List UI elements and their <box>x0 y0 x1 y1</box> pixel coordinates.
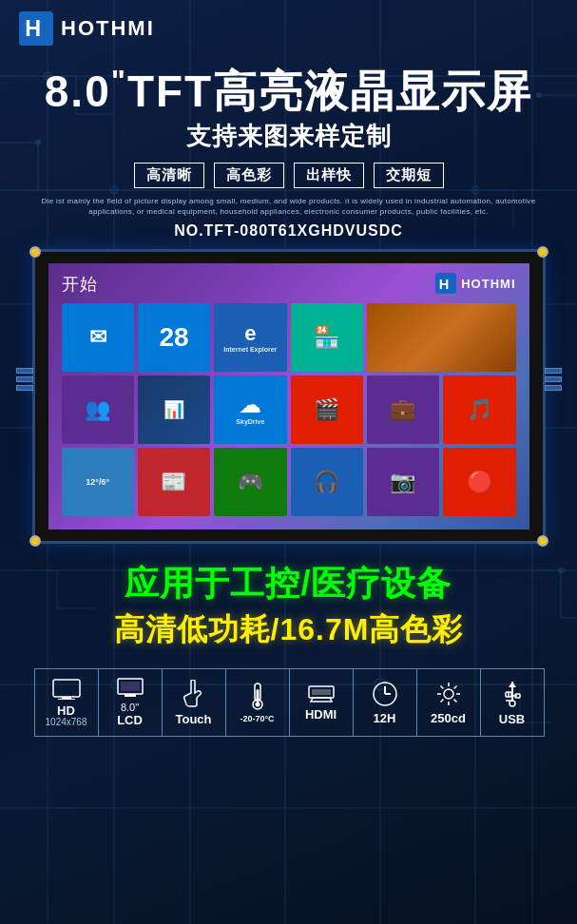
feature-tags: 高清晰 高色彩 出样快 交期短 <box>134 163 444 188</box>
description-text: Die ist mainly the field of picture disp… <box>0 196 577 217</box>
corner-dot-bl <box>29 535 41 547</box>
temp-icon <box>247 682 268 714</box>
screen-logo: H HOTHMI <box>435 273 515 294</box>
touch-icon <box>182 680 206 712</box>
people-icon: 👥 <box>85 399 110 420</box>
games-icon: 📊 <box>163 401 184 418</box>
tiles-grid: ✉ 28 e Internet Explorer 🏪 <box>48 298 529 522</box>
tile-travel: 💼 <box>367 375 439 444</box>
svg-rect-38 <box>62 697 71 699</box>
travel-icon: 💼 <box>390 399 415 420</box>
clock-icon <box>372 681 398 711</box>
temp-main-text: -20-70°C <box>240 714 274 724</box>
svg-line-59 <box>453 685 456 688</box>
svg-rect-41 <box>121 682 140 691</box>
backlight-main-text: 12H <box>374 711 396 726</box>
lcd-main-text: LCD <box>117 713 143 728</box>
svg-rect-45 <box>256 689 259 703</box>
hd-icon <box>52 679 81 703</box>
tile-xbox: 🎮 <box>214 448 286 516</box>
tile-photos <box>367 303 516 372</box>
feature-tag-1: 高清晰 <box>134 163 204 188</box>
tile-video: 🎬 <box>291 375 363 444</box>
main-title: 8.0"TFT高亮液晶显示屏 <box>45 65 532 116</box>
right-connectors <box>545 368 562 391</box>
corner-dot-tl <box>29 246 41 258</box>
logo-icon: H <box>19 11 53 46</box>
skydrive-icon: ☁ <box>240 395 260 416</box>
svg-text:H: H <box>439 277 450 292</box>
feature-tag-3: 出样快 <box>294 163 364 188</box>
corner-dot-br <box>537 535 548 547</box>
app-title-2: 高清低功耗/16.7M高色彩 <box>114 609 464 651</box>
tile-games: 📊 <box>138 375 210 444</box>
spec-temp: -20-70°C <box>225 668 290 737</box>
svg-point-52 <box>444 689 453 699</box>
hdmi-main-text: HDMI <box>305 707 337 722</box>
screen-topbar: 开始 H HOTHMI <box>48 263 529 296</box>
title-suffix: TFT高亮液晶显示屏 <box>127 67 532 116</box>
lcd-icon <box>117 678 144 703</box>
screen-start-text: 开始 <box>62 273 98 296</box>
inch-mark: " <box>111 64 127 98</box>
display-border: 开始 H HOTHMI ✉ <box>32 249 546 544</box>
tile-bing: 🔴 <box>443 448 515 516</box>
tile-music: 🎵 <box>443 375 515 444</box>
svg-line-60 <box>440 699 443 702</box>
screen-logo-text: HOTHMI <box>461 277 515 291</box>
music-icon: 🎵 <box>467 399 492 420</box>
spec-brightness: 250cd <box>416 668 481 737</box>
usb-icon <box>500 680 525 712</box>
screen-logo-icon: H <box>435 273 456 294</box>
tile-store: 🏪 <box>291 303 363 372</box>
headphone-icon: 🎧 <box>314 472 339 492</box>
spec-lcd: 8.0" LCD <box>98 668 163 737</box>
spec-hdmi: HDMI <box>289 668 354 737</box>
tile-calendar: 28 <box>138 303 210 372</box>
svg-line-57 <box>440 685 443 688</box>
tile-news: 📰 <box>138 448 210 516</box>
tile-weather: 12°/6° <box>62 448 134 516</box>
svg-rect-42 <box>125 694 136 697</box>
feature-tag-4: 交期短 <box>374 163 444 188</box>
video-icon: 🎬 <box>314 399 339 420</box>
tile-mail: ✉ <box>62 303 134 372</box>
title-prefix: 8.0 <box>45 67 111 116</box>
spec-backlight: 12H <box>353 668 417 737</box>
svg-point-46 <box>255 702 260 706</box>
ie-icon: e <box>244 323 256 344</box>
corner-dot-tr <box>537 246 548 258</box>
display-area: 开始 H HOTHMI ✉ <box>32 249 546 544</box>
tile-skydrive: ☁ SkyDrive <box>214 375 286 444</box>
lcd-size-text: 8.0" <box>121 703 139 713</box>
hd-sub-text: 1024x768 <box>46 718 87 727</box>
spec-hd: HD 1024x768 <box>34 668 99 737</box>
store-icon: 🏪 <box>314 327 339 348</box>
touch-main-text: Touch <box>175 712 211 727</box>
main-content: H HOTHMI 8.0"TFT高亮液晶显示屏 支持来图来样定制 高清晰 高色彩… <box>0 0 577 737</box>
spec-touch: Touch <box>162 668 226 737</box>
feature-tag-2: 高色彩 <box>214 163 284 188</box>
hd-main-text: HD <box>57 703 75 719</box>
camera-icon: 📷 <box>390 472 415 492</box>
hdmi-icon <box>307 684 336 707</box>
svg-marker-62 <box>509 682 516 687</box>
app-section: 应用于工控/医疗设备 高清低功耗/16.7M高色彩 <box>0 561 577 651</box>
page-container: H HOTHMI 8.0"TFT高亮液晶显示屏 支持来图来样定制 高清晰 高色彩… <box>0 0 577 924</box>
logo-container: H HOTHMI <box>19 11 155 46</box>
svg-point-68 <box>510 701 515 706</box>
tile-headphone: 🎧 <box>291 448 363 516</box>
specs-bar: HD 1024x768 8.0" LCD <box>0 668 577 737</box>
svg-rect-39 <box>58 699 75 700</box>
brand-name: HOTHMI <box>61 16 155 41</box>
svg-rect-48 <box>312 689 331 695</box>
subtitle: 支持来图来样定制 <box>186 120 392 153</box>
svg-text:H: H <box>25 16 41 41</box>
screen-content: 开始 H HOTHMI ✉ <box>48 263 529 529</box>
app-title-1: 应用于工控/医疗设备 <box>125 561 452 607</box>
sun-icon <box>435 681 462 711</box>
header: H HOTHMI <box>0 0 577 57</box>
tile-camera: 📷 <box>367 448 439 516</box>
svg-rect-37 <box>53 680 80 697</box>
brightness-main-text: 250cd <box>431 711 466 726</box>
